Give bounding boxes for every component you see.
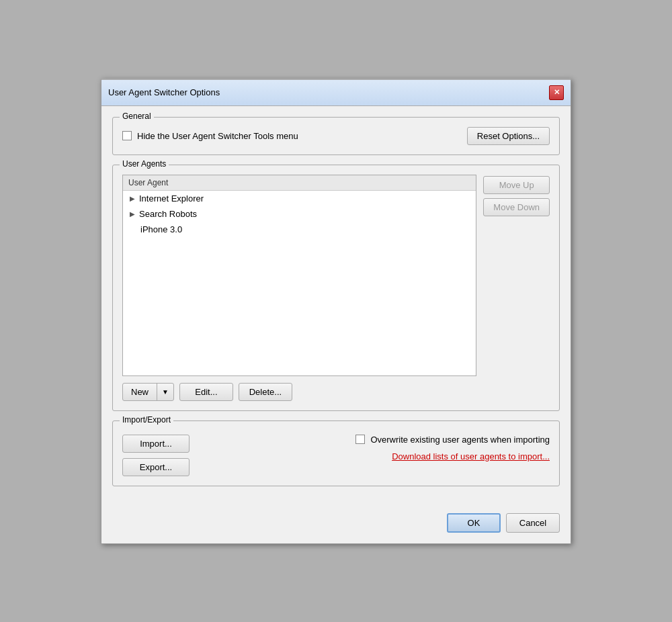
dialog-content: General Hide the User Agent Switcher Too…: [101, 106, 571, 506]
import-export-group: Import/Export Import... Export... Overwr…: [112, 420, 560, 486]
item-label: Search Robots: [139, 209, 197, 219]
import-export-right: Overwrite existing user agents when impo…: [200, 435, 550, 461]
list-header: User Agent: [123, 175, 476, 191]
import-export-group-label: Import/Export: [120, 415, 173, 425]
title-bar: User Agent Switcher Options ✕: [101, 80, 571, 106]
hide-menu-checkbox[interactable]: [122, 131, 132, 140]
item-label: iPhone 3.0: [140, 224, 182, 234]
expand-arrow-icon: ▶: [130, 195, 135, 202]
hide-menu-label: Hide the User Agent Switcher Tools menu: [137, 131, 298, 141]
overwrite-checkbox[interactable]: [355, 435, 365, 444]
action-buttons: New ▼ Edit... Delete...: [122, 383, 550, 401]
import-export-section: Import... Export... Overwrite existing u…: [122, 428, 550, 476]
main-dialog: User Agent Switcher Options ✕ General Hi…: [101, 79, 571, 544]
general-row: Hide the User Agent Switcher Tools menu …: [122, 124, 550, 145]
general-group-label: General: [120, 112, 154, 121]
item-label: Internet Explorer: [139, 193, 204, 204]
user-agents-area: User Agent ▶ Internet Explorer ▶ Search …: [122, 172, 550, 376]
expand-arrow-icon: ▶: [130, 210, 135, 218]
general-group: General Hide the User Agent Switcher Too…: [112, 117, 560, 155]
download-link[interactable]: Download lists of user agents to import.…: [392, 451, 550, 461]
ok-button[interactable]: OK: [447, 513, 501, 533]
new-button[interactable]: New: [123, 384, 157, 400]
export-button[interactable]: Export...: [122, 458, 190, 476]
dialog-footer: OK Cancel: [101, 506, 571, 543]
new-button-group: New ▼: [122, 383, 174, 401]
user-agents-list[interactable]: User Agent ▶ Internet Explorer ▶ Search …: [122, 175, 476, 376]
list-item[interactable]: ▶ Search Robots: [123, 206, 476, 222]
close-button[interactable]: ✕: [549, 85, 564, 100]
import-button[interactable]: Import...: [122, 435, 190, 453]
delete-button[interactable]: Delete...: [239, 383, 292, 401]
reset-options-button[interactable]: Reset Options...: [467, 127, 550, 145]
overwrite-row: Overwrite existing user agents when impo…: [200, 435, 550, 445]
move-buttons: Move Up Move Down: [483, 175, 550, 376]
user-agents-group: User Agents User Agent ▶ Internet Explor…: [112, 165, 560, 411]
move-down-button[interactable]: Move Down: [483, 198, 550, 216]
import-export-buttons: Import... Export...: [122, 435, 190, 476]
new-dropdown-arrow[interactable]: ▼: [157, 385, 173, 399]
list-item[interactable]: ▶ Internet Explorer: [123, 191, 476, 206]
dialog-title: User Agent Switcher Options: [108, 87, 220, 97]
hide-menu-row: Hide the User Agent Switcher Tools menu: [122, 131, 298, 141]
list-item[interactable]: iPhone 3.0: [123, 222, 476, 237]
cancel-button[interactable]: Cancel: [506, 513, 560, 533]
move-up-button[interactable]: Move Up: [483, 176, 550, 194]
overwrite-label: Overwrite existing user agents when impo…: [370, 435, 550, 445]
edit-button[interactable]: Edit...: [179, 383, 233, 401]
user-agents-group-label: User Agents: [120, 159, 169, 169]
